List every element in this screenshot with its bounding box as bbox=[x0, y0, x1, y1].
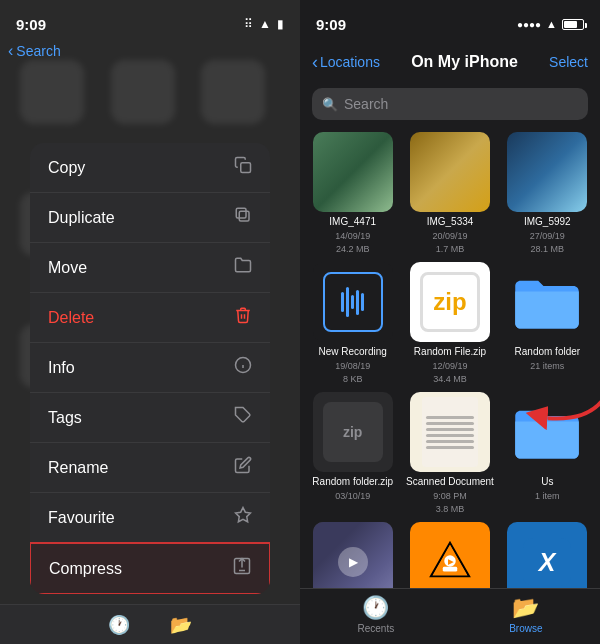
file-size-img4471: 24.2 MB bbox=[336, 244, 370, 254]
photo-img5992 bbox=[507, 132, 587, 212]
context-menu-move[interactable]: Move bbox=[30, 243, 270, 293]
tags-label: Tags bbox=[48, 409, 82, 427]
doc-line-6 bbox=[426, 446, 474, 449]
file-meta-scanned: 9:08 PM bbox=[433, 491, 467, 501]
doc-lines bbox=[426, 416, 474, 449]
back-button-left[interactable]: ‹ Search bbox=[8, 42, 61, 60]
file-item-recording[interactable]: New Recording 19/08/19 8 KB bbox=[308, 262, 397, 384]
battery-icon-left: ▮ bbox=[277, 17, 284, 31]
file-meta-img5992: 27/09/19 bbox=[530, 231, 565, 241]
file-size-img5992: 28.1 MB bbox=[531, 244, 565, 254]
wave-bar-1 bbox=[341, 292, 344, 312]
file-size-randomzip: 34.4 MB bbox=[433, 374, 467, 384]
context-menu-info[interactable]: Info bbox=[30, 343, 270, 393]
search-placeholder: Search bbox=[344, 96, 388, 112]
svg-rect-0 bbox=[241, 163, 251, 173]
context-menu-copy[interactable]: Copy bbox=[30, 143, 270, 193]
doc-line-4 bbox=[426, 434, 474, 437]
browse-tab-left[interactable]: 📂 bbox=[170, 614, 192, 636]
xender-logo: X bbox=[523, 538, 571, 586]
file-item-img5992[interactable]: IMG_5992 27/09/19 28.1 MB bbox=[503, 132, 592, 254]
tab-browse[interactable]: 📂 Browse bbox=[509, 595, 542, 634]
file-size-recording: 8 KB bbox=[343, 374, 363, 384]
file-thumb-img5334 bbox=[410, 132, 490, 212]
context-menu-compress[interactable]: Compress bbox=[30, 542, 270, 594]
copy-icon bbox=[234, 156, 252, 179]
file-item-randomfolderzip[interactable]: zip Random folder.zip 03/10/19 bbox=[308, 392, 397, 514]
context-menu-rename[interactable]: Rename bbox=[30, 443, 270, 493]
page-title-right: On My iPhone bbox=[411, 53, 518, 71]
search-bar[interactable]: 🔍 Search bbox=[312, 88, 588, 120]
browse-icon-left: 📂 bbox=[170, 614, 192, 636]
chevron-left-icon-right: ‹ bbox=[312, 52, 318, 73]
compress-label: Compress bbox=[49, 560, 122, 578]
file-item-img4471[interactable]: IMG_4471 14/09/19 24.2 MB bbox=[308, 132, 397, 254]
file-name-img5992: IMG_5992 bbox=[524, 215, 571, 228]
status-icons-left: ⠿ ▲ ▮ bbox=[244, 17, 284, 31]
wifi-icon: ▲ bbox=[259, 17, 271, 31]
file-thumb-scanned bbox=[410, 392, 490, 472]
file-meta-recording: 19/08/19 bbox=[335, 361, 370, 371]
doc-line-5 bbox=[426, 440, 474, 443]
signal-icon: ●●●● bbox=[517, 19, 541, 30]
locations-label: Locations bbox=[320, 54, 380, 70]
recents-icon: 🕐 bbox=[362, 595, 389, 621]
right-panel: 9:09 ●●●● ▲ ‹ Locations On My iPhone Sel… bbox=[300, 0, 600, 644]
file-item-img5334[interactable]: IMG_5334 20/09/19 1.7 MB bbox=[405, 132, 494, 254]
svg-rect-13 bbox=[443, 567, 457, 572]
file-name-randomfolderzip: Random folder.zip bbox=[312, 475, 393, 488]
file-item-scanned[interactable]: Scanned Document 9:08 PM 3.8 MB bbox=[405, 392, 494, 514]
file-thumb-recording bbox=[313, 262, 393, 342]
compress-icon bbox=[233, 557, 251, 580]
file-size-randomfolder: 21 items bbox=[530, 361, 564, 371]
file-thumb-img5992 bbox=[507, 132, 587, 212]
context-menu-tags[interactable]: Tags bbox=[30, 393, 270, 443]
file-name-randomzip: Random File.zip bbox=[414, 345, 486, 358]
doc-line-2 bbox=[426, 422, 474, 425]
context-menu-delete[interactable]: Delete bbox=[30, 293, 270, 343]
file-thumb-randomfolder bbox=[507, 262, 587, 342]
tags-icon bbox=[234, 406, 252, 429]
photo-img4471 bbox=[313, 132, 393, 212]
svg-text:X: X bbox=[537, 548, 557, 576]
tab-bar-right: 🕐 Recents 📂 Browse bbox=[300, 588, 600, 644]
battery-icon-right bbox=[562, 19, 584, 30]
file-name-img5334: IMG_5334 bbox=[427, 215, 474, 228]
move-icon bbox=[234, 256, 252, 279]
file-item-randomzip[interactable]: zip Random File.zip 12/09/19 34.4 MB bbox=[405, 262, 494, 384]
file-meta-randomfolderzip: 03/10/19 bbox=[335, 491, 370, 501]
photo-img5334 bbox=[410, 132, 490, 212]
tab-recents[interactable]: 🕐 Recents bbox=[357, 595, 394, 634]
recents-tab-left[interactable]: 🕐 bbox=[108, 614, 130, 636]
nav-bar-right: ‹ Locations On My iPhone Select bbox=[300, 40, 600, 84]
recording-icon bbox=[323, 272, 383, 332]
locations-back-button[interactable]: ‹ Locations bbox=[312, 52, 380, 73]
svg-marker-7 bbox=[236, 508, 251, 522]
delete-icon bbox=[234, 306, 252, 329]
files-grid: IMG_4471 14/09/19 24.2 MB IMG_5334 20/09… bbox=[300, 128, 600, 622]
favourite-icon bbox=[234, 506, 252, 529]
select-button[interactable]: Select bbox=[549, 54, 588, 70]
context-menu-duplicate[interactable]: Duplicate bbox=[30, 193, 270, 243]
browse-icon: 📂 bbox=[512, 595, 539, 621]
rename-label: Rename bbox=[48, 459, 108, 477]
file-size-img5334: 1.7 MB bbox=[436, 244, 465, 254]
browse-tab-label: Browse bbox=[509, 623, 542, 634]
context-menu: Copy Duplicate Move Delete bbox=[30, 143, 270, 594]
left-bottom-bar: 🕐 📂 bbox=[0, 604, 300, 644]
status-time-right: 9:09 bbox=[316, 16, 346, 33]
status-bar-left: 9:09 ⠿ ▲ ▮ bbox=[0, 0, 300, 40]
doc-line-1 bbox=[426, 416, 474, 419]
copy-label: Copy bbox=[48, 159, 85, 177]
search-icon-right: 🔍 bbox=[322, 97, 338, 112]
wave-bar-5 bbox=[361, 293, 364, 311]
wave-bar-2 bbox=[346, 287, 349, 317]
duplicate-label: Duplicate bbox=[48, 209, 115, 227]
file-size-us: 1 item bbox=[535, 491, 560, 501]
file-meta-img4471: 14/09/19 bbox=[335, 231, 370, 241]
folder-svg bbox=[511, 272, 583, 332]
context-menu-favourite[interactable]: Favourite bbox=[30, 493, 270, 543]
zip-dark-text: zip bbox=[343, 424, 362, 440]
file-thumb-img4471 bbox=[313, 132, 393, 212]
file-thumb-randomfolderzip: zip bbox=[313, 392, 393, 472]
